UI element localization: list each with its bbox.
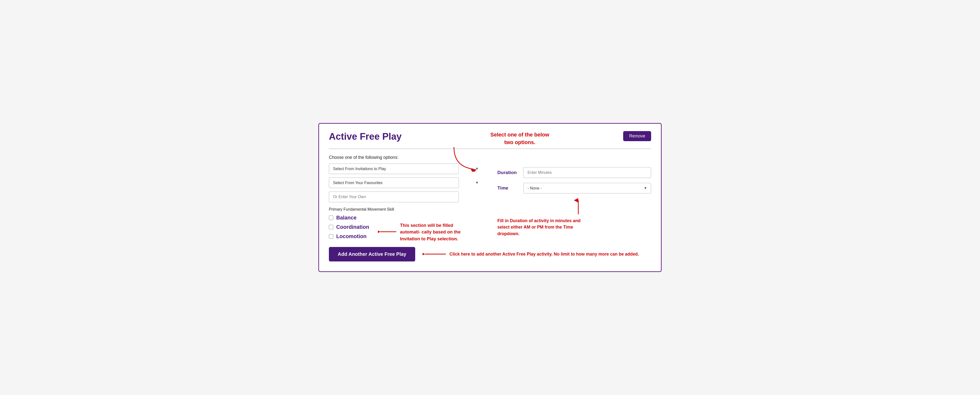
down-right-arrow-icon xyxy=(452,145,481,172)
duration-input[interactable] xyxy=(523,167,651,178)
bottom-annotation-group: Click here to add another Active Free Pl… xyxy=(423,249,639,259)
balance-label: Balance xyxy=(336,214,356,221)
active-free-play-card: Active Free Play Select one of the below… xyxy=(318,123,662,272)
balance-checkbox-item: Balance xyxy=(329,214,483,221)
top-annotation: Select one of the below two options. xyxy=(417,131,624,146)
right-annotation-text: Fill in Duration of activity in minutes … xyxy=(497,217,590,237)
time-select[interactable]: - None - AM PM xyxy=(523,183,651,194)
top-arrow-group xyxy=(452,145,481,173)
time-row: Time - None - AM PM ▼ xyxy=(497,183,651,194)
bottom-left-arrow-icon xyxy=(423,249,447,259)
right-section: Duration Time - None - AM PM ▼ xyxy=(497,155,651,240)
middle-annotation-text: This section will be filled automati- ca… xyxy=(400,222,474,242)
coordination-checkbox[interactable] xyxy=(329,225,333,229)
right-annotation-group: Fill in Duration of activity in minutes … xyxy=(497,198,651,237)
divider xyxy=(329,149,651,149)
coordination-label: Coordination xyxy=(336,224,369,230)
balance-checkbox[interactable] xyxy=(329,216,333,220)
left-arrow-icon xyxy=(378,224,398,239)
main-content: Choose one of the following options: Sel… xyxy=(329,155,651,240)
favourites-dropdown[interactable]: Select From Your Favourites xyxy=(329,178,459,188)
time-label: Time xyxy=(497,186,519,191)
remove-button[interactable]: Remove xyxy=(623,131,651,141)
duration-label: Duration xyxy=(497,170,519,175)
pfms-label: Primary Fundamental Movement Skill xyxy=(329,207,483,212)
bottom-annotation-text: Click here to add another Active Free Pl… xyxy=(450,251,639,257)
middle-annotation-group: This section will be filled automati- ca… xyxy=(378,222,474,242)
checkbox-group: Balance Coordination Locomotion xyxy=(329,214,483,240)
duration-row: Duration xyxy=(497,167,651,178)
locomotion-checkbox[interactable] xyxy=(329,234,333,238)
custom-activity-input[interactable] xyxy=(329,192,459,202)
invitations-dropdown[interactable]: Select From Invitations to Play xyxy=(329,163,459,174)
locomotion-label: Locomotion xyxy=(336,233,367,240)
time-select-wrapper: - None - AM PM ▼ xyxy=(523,183,651,194)
favourites-dropdown-wrapper: Select From Your Favourites ▼ xyxy=(329,178,483,188)
card-header: Active Free Play Select one of the below… xyxy=(329,131,651,146)
up-arrow-icon xyxy=(571,198,585,216)
page-title: Active Free Play xyxy=(329,131,402,142)
bottom-section: Add Another Active Free Play Click here … xyxy=(329,247,651,261)
dropdown2-arrow-icon: ▼ xyxy=(475,181,479,185)
add-another-button[interactable]: Add Another Active Free Play xyxy=(329,247,415,261)
